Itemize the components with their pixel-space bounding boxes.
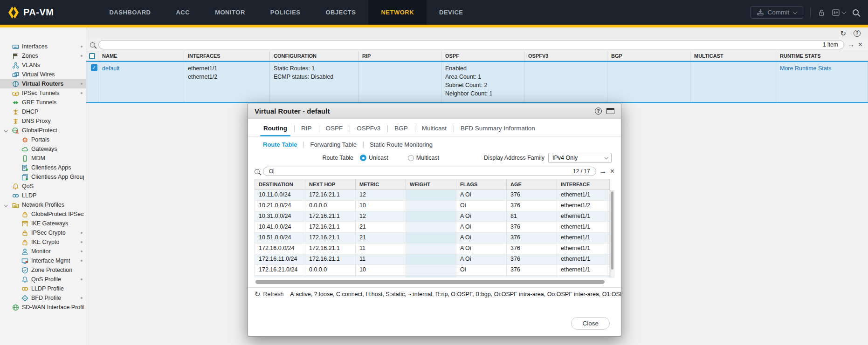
col-header-name[interactable]: NAME bbox=[98, 51, 184, 61]
display-address-family-select[interactable]: IPv4 Only bbox=[548, 153, 612, 163]
sidebar-item[interactable]: DHCP bbox=[0, 107, 86, 116]
global-search-icon[interactable] bbox=[853, 9, 859, 15]
refresh-icon[interactable]: ↻ bbox=[840, 30, 846, 37]
route-row[interactable]: 10.11.0.0/24 172.16.21.1 12 A Oi 376 eth… bbox=[255, 190, 609, 201]
flags-cell: A Oi bbox=[456, 244, 507, 254]
col-header-ospf[interactable]: OSPF bbox=[441, 51, 524, 61]
more-runtime-stats-link[interactable]: More Runtime Stats bbox=[780, 65, 831, 72]
dialog-help-icon[interactable]: ? bbox=[595, 108, 602, 115]
sidebar-item[interactable]: Network Profiles bbox=[0, 200, 86, 210]
col-header-ospfv3[interactable]: OSPFV3 bbox=[524, 51, 607, 61]
col-header-runtime-stats[interactable]: RUNTIME STATS bbox=[776, 51, 868, 61]
commit-button[interactable]: Commit bbox=[751, 6, 804, 19]
sidebar-item[interactable]: Clientless App Groups bbox=[0, 172, 86, 182]
nav-tab[interactable]: NETWORK bbox=[368, 0, 427, 25]
sidebar-item[interactable]: Zones bbox=[0, 51, 86, 61]
config-tasks-icon[interactable] bbox=[832, 9, 846, 16]
help-icon[interactable]: ? bbox=[854, 30, 861, 37]
dialog-tab[interactable]: BGP bbox=[387, 124, 415, 136]
dialog-tab[interactable]: OSPF bbox=[319, 124, 350, 136]
sidebar-item[interactable]: SD-WAN Interface Profile bbox=[0, 303, 86, 312]
route-row[interactable]: 10.31.0.0/24 172.16.21.1 12 A Oi 81 ethe… bbox=[255, 211, 609, 222]
horizontal-scrollbar[interactable] bbox=[255, 280, 614, 284]
unicast-radio[interactable] bbox=[360, 155, 366, 161]
route-row[interactable]: 172.16.21.0/24 0.0.0.0 10 Oi 376 etherne… bbox=[255, 265, 609, 276]
sidebar-item[interactable]: LLDP bbox=[0, 191, 86, 200]
row-checkbox[interactable]: ✓ bbox=[91, 64, 97, 71]
nav-tab[interactable]: ACC bbox=[163, 0, 202, 25]
chevron-down-icon[interactable] bbox=[4, 203, 7, 207]
sidebar-item[interactable]: IKE Crypto bbox=[0, 237, 86, 247]
sidebar-item[interactable]: Interfaces bbox=[0, 42, 86, 51]
sidebar-item[interactable]: VLANs bbox=[0, 61, 86, 70]
route-row[interactable]: 172.16.11.0/24 172.16.21.1 11 A Oi 376 e… bbox=[255, 254, 609, 265]
scrollbar-thumb[interactable] bbox=[611, 191, 613, 270]
nav-tab[interactable]: POLICIES bbox=[258, 0, 313, 25]
sidebar-item[interactable]: Monitor bbox=[0, 247, 86, 256]
col-header-bgp[interactable]: BGP bbox=[607, 51, 690, 61]
routing-subtab[interactable]: Route Table bbox=[256, 141, 303, 148]
sidebar-item[interactable]: QoS Profile bbox=[0, 275, 86, 284]
chevron-down-icon[interactable] bbox=[4, 129, 7, 132]
col-header-multicast[interactable]: MULTICAST bbox=[690, 51, 776, 61]
sidebar-item[interactable]: Portals bbox=[0, 135, 86, 144]
vertical-scrollbar[interactable] bbox=[610, 190, 614, 277]
sidebar-item[interactable]: Gateways bbox=[0, 144, 86, 154]
sidebar-item[interactable]: IPSec Crypto bbox=[0, 228, 86, 237]
apply-filter-icon[interactable]: → bbox=[847, 41, 855, 48]
route-search-input[interactable]: O 12 / 17 bbox=[263, 167, 596, 176]
vr-name-link[interactable]: default bbox=[102, 65, 120, 72]
dialog-tab[interactable]: Multicast bbox=[415, 124, 454, 136]
scrollbar-thumb[interactable] bbox=[255, 280, 605, 284]
col-header-interfaces[interactable]: INTERFACES bbox=[184, 51, 270, 61]
sidebar-item[interactable]: Virtual Wires bbox=[0, 70, 86, 79]
sidebar-item[interactable]: IPSec Tunnels bbox=[0, 88, 86, 98]
dialog-tab[interactable]: RIP bbox=[294, 124, 319, 136]
apply-filter-icon[interactable]: → bbox=[599, 168, 607, 175]
sidebar-item[interactable]: DNS Proxy bbox=[0, 116, 86, 126]
sidebar-item[interactable]: GlobalProtect bbox=[0, 126, 86, 135]
routing-subtab[interactable]: Forwarding Table bbox=[303, 141, 363, 148]
dialog-tab[interactable]: Routing bbox=[256, 124, 294, 136]
sidebar-item[interactable]: IKE Gateways bbox=[0, 219, 86, 228]
unicast-radio-group[interactable]: Unicast bbox=[360, 155, 388, 161]
refresh-icon[interactable]: ↻ bbox=[255, 291, 261, 298]
col-header-configuration[interactable]: CONFIGURATION bbox=[270, 51, 358, 61]
multicast-radio-group[interactable]: Multicast bbox=[408, 155, 439, 161]
destination-cell: 172.16.21.0/24 bbox=[255, 265, 305, 275]
clear-filter-icon[interactable]: × bbox=[610, 168, 614, 175]
nav-tab[interactable]: OBJECTS bbox=[313, 0, 368, 25]
route-row[interactable]: 10.21.0.0/24 0.0.0.0 10 Oi 376 ethernet1… bbox=[255, 201, 609, 211]
route-row[interactable]: 172.16.0.0/24 172.16.21.1 11 A Oi 376 et… bbox=[255, 244, 609, 254]
route-row[interactable]: 10.51.0.0/24 172.16.21.1 21 A Oi 376 eth… bbox=[255, 233, 609, 244]
refresh-button[interactable]: Refresh bbox=[263, 291, 284, 298]
sidebar-item[interactable]: QoS bbox=[0, 182, 86, 191]
sidebar-item[interactable]: GRE Tunnels bbox=[0, 98, 86, 107]
sidebar-item[interactable]: MDM bbox=[0, 154, 86, 163]
config-lock-icon[interactable] bbox=[818, 9, 825, 16]
close-button[interactable]: Close bbox=[571, 317, 610, 330]
dialog-tab[interactable]: OSPFv3 bbox=[350, 124, 387, 136]
multicast-radio[interactable] bbox=[408, 155, 414, 161]
vr-search-input[interactable]: 1 item bbox=[98, 40, 844, 49]
nav-tab[interactable]: DASHBOARD bbox=[96, 0, 163, 25]
route-row[interactable]: 10.41.0.0/24 172.16.21.1 21 A Oi 376 eth… bbox=[255, 222, 609, 233]
sidebar-item[interactable]: Clientless Apps bbox=[0, 163, 86, 172]
nav-tab[interactable]: DEVICE bbox=[427, 0, 475, 25]
vr-table-row-default[interactable]: ✓ default ethernet1/1 ethernet1/2 Static… bbox=[86, 61, 868, 103]
sidebar-item[interactable]: Virtual Routers bbox=[0, 79, 86, 88]
route-row[interactable]: 172.16.31.0/24 172.16.21.1 11 A Oi 376 e… bbox=[255, 276, 609, 277]
col-header-rip[interactable]: RIP bbox=[358, 51, 441, 61]
nav-tab[interactable]: MONITOR bbox=[202, 0, 258, 25]
flags-cell: A Oi bbox=[456, 190, 507, 200]
sidebar-item[interactable]: GlobalProtect IPSec Crypto bbox=[0, 210, 86, 219]
select-all-checkbox[interactable] bbox=[89, 53, 95, 59]
sidebar-item[interactable]: LLDP Profile bbox=[0, 284, 86, 293]
sidebar-item[interactable]: Interface Mgmt bbox=[0, 256, 86, 265]
routing-subtab[interactable]: Static Route Monitoring bbox=[363, 141, 439, 148]
sidebar-item[interactable]: BFD Profile bbox=[0, 293, 86, 303]
sidebar-item[interactable]: Zone Protection bbox=[0, 265, 86, 275]
clear-filter-icon[interactable]: × bbox=[858, 41, 862, 48]
dialog-maximize-icon[interactable] bbox=[606, 108, 614, 114]
dialog-tab[interactable]: BFD Summary Information bbox=[454, 124, 542, 136]
